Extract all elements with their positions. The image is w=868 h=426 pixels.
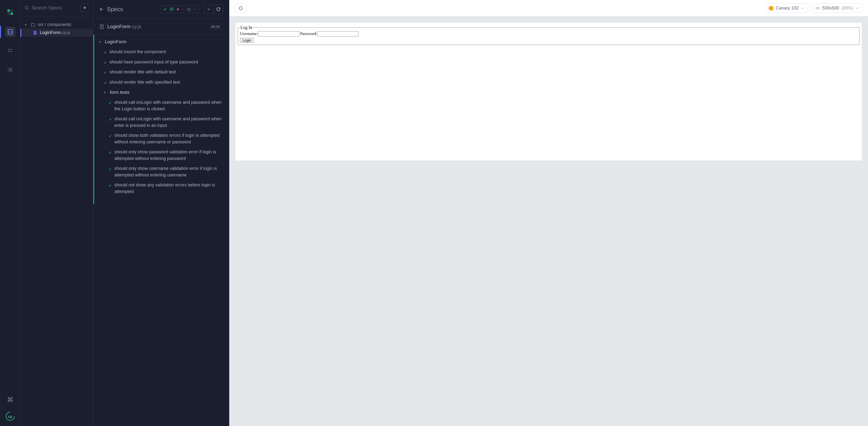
chevron-down-icon (207, 7, 210, 11)
new-spec-button[interactable] (81, 3, 89, 12)
list-icon (7, 48, 13, 54)
browser-selector[interactable]: Canary 102 (765, 3, 808, 13)
chevron-down-icon (856, 6, 859, 10)
spec-header: LoginForm.cy.js 00:02 (93, 19, 229, 35)
test-row[interactable]: ✔should render title with default text (94, 67, 229, 77)
suite-name: LoginForm (105, 39, 126, 45)
svg-point-21 (187, 8, 190, 10)
run-options-button[interactable] (204, 4, 214, 14)
ruler-icon (815, 6, 820, 10)
svg-rect-2 (7, 12, 10, 15)
spec-tree: ▾ src / components LoginForm.cy.js (21, 16, 93, 41)
duration-badge: 00:02 (208, 24, 223, 30)
test-row[interactable]: ✔should call onLogin with username and p… (94, 114, 229, 131)
test-row[interactable]: ✔should have password input of type pass… (94, 57, 229, 67)
file-name: LoginForm (40, 30, 61, 35)
spec-ext: .cy.js (131, 24, 141, 29)
form-legend: Log In (240, 25, 253, 30)
test-title: should only show password validation err… (114, 149, 224, 162)
svg-point-26 (239, 6, 242, 10)
failed-count: -- (182, 7, 185, 11)
check-icon: ✔ (109, 150, 112, 155)
login-fieldset: Log In Username: Password: Login (238, 25, 860, 45)
aut-toolbar: Canary 102 500x500 (88%) (229, 0, 868, 17)
rerun-button[interactable] (214, 4, 223, 14)
svg-rect-1 (10, 9, 13, 12)
spec-name: LoginForm (107, 24, 131, 29)
test-title: should mount the component (110, 49, 166, 55)
spec-file-row[interactable]: LoginForm.cy.js (21, 29, 93, 37)
viewport-scale: (88%) (841, 6, 853, 11)
cypress-icon: cy (5, 411, 15, 421)
chevron-down-icon (801, 6, 804, 10)
test-stats: 10 -- -- (160, 5, 199, 13)
svg-point-7 (9, 69, 11, 71)
search-icon (24, 5, 29, 10)
back-label: Specs (107, 6, 123, 12)
suite-row[interactable]: ▾ LoginForm (94, 37, 229, 47)
test-row[interactable]: ✔should call onLogin with username and p… (94, 97, 229, 114)
check-icon: ✔ (104, 70, 107, 76)
back-to-specs[interactable]: Specs (99, 6, 123, 12)
nav-runs[interactable] (5, 46, 15, 56)
username-input[interactable] (258, 31, 299, 36)
login-button[interactable]: Login (240, 38, 254, 43)
aut-viewport: Log In Username: Password: Login (235, 22, 862, 161)
check-icon: ✔ (109, 117, 112, 122)
password-input[interactable] (317, 31, 359, 36)
check-icon: ✔ (109, 134, 112, 139)
svg-point-10 (25, 6, 28, 9)
plus-icon (83, 6, 87, 10)
check-icon: ✔ (109, 167, 112, 172)
test-row[interactable]: ✔should only show username validation er… (94, 164, 229, 180)
search-input[interactable]: Search Specs (24, 5, 78, 11)
search-placeholder: Search Specs (32, 5, 62, 11)
test-title: should only show username validation err… (114, 165, 224, 178)
gear-icon (7, 66, 13, 73)
app-logo (6, 5, 14, 19)
icon-rail: cy (0, 0, 21, 426)
test-row[interactable]: ✔should only show password validation er… (94, 147, 229, 164)
nav-settings[interactable] (5, 65, 15, 75)
password-label: Password: (300, 31, 317, 36)
test-title: should render title with default text (110, 69, 176, 75)
viewport-selector[interactable]: 500x500 (88%) (812, 3, 863, 13)
keyboard-shortcuts[interactable] (5, 394, 15, 405)
svg-rect-3 (10, 12, 13, 15)
chevron-down-icon: ▾ (25, 23, 28, 27)
canary-icon (769, 6, 774, 11)
test-row[interactable]: ✔should render title with specified text (94, 77, 229, 87)
selector-playground-button[interactable] (235, 4, 247, 13)
document-icon (99, 24, 104, 29)
test-title: should have password input of type passw… (110, 59, 198, 65)
viewport-size: 500x500 (822, 6, 839, 11)
cypress-logo: cy (5, 411, 15, 421)
x-icon (176, 7, 180, 11)
test-title: should call onLogin with username and pa… (114, 116, 224, 129)
test-row[interactable]: ✔should show both validation errors if l… (94, 131, 229, 147)
folder-row[interactable]: ▾ src / components (21, 21, 93, 29)
aut-panel: Canary 102 500x500 (88%) Log In Username… (229, 0, 868, 426)
folder-icon (31, 22, 35, 27)
check-icon: ✔ (109, 101, 112, 106)
check-icon: ✔ (109, 183, 112, 189)
code-file-icon (7, 29, 13, 35)
test-row[interactable]: ✔should mount the component (94, 47, 229, 57)
specs-panel: Search Specs ▾ src / components LoginFor… (21, 0, 93, 426)
check-icon: ✔ (104, 50, 107, 55)
test-title: should render title with specified text (110, 79, 180, 86)
sub-suite-row[interactable]: ▾ form tests (94, 87, 229, 97)
username-label: Username: (240, 31, 258, 36)
passed-count: 10 (169, 7, 174, 11)
pending-icon (187, 7, 191, 11)
nav-specs[interactable] (5, 27, 15, 37)
browser-name: Canary 102 (776, 6, 799, 11)
file-ext: .cy.js (61, 30, 70, 35)
folder-label: src / components (38, 22, 71, 27)
runner-panel: Specs 10 -- -- LoginForm.cy.js 00:02 (93, 0, 229, 426)
command-icon (7, 397, 13, 402)
check-icon (163, 7, 167, 11)
test-row[interactable]: ✔should not show any validation errors b… (94, 180, 229, 197)
logo-icon (6, 8, 14, 16)
svg-text:cy: cy (8, 414, 12, 419)
